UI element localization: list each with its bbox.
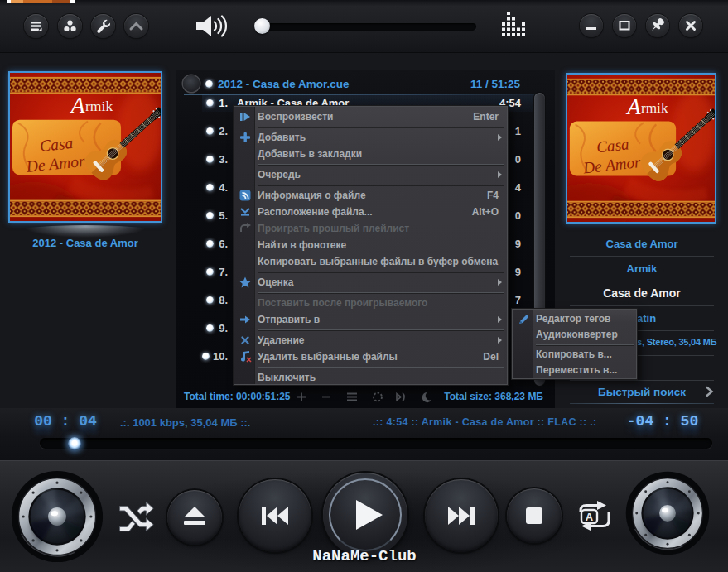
svg-text:A: A	[586, 511, 594, 523]
